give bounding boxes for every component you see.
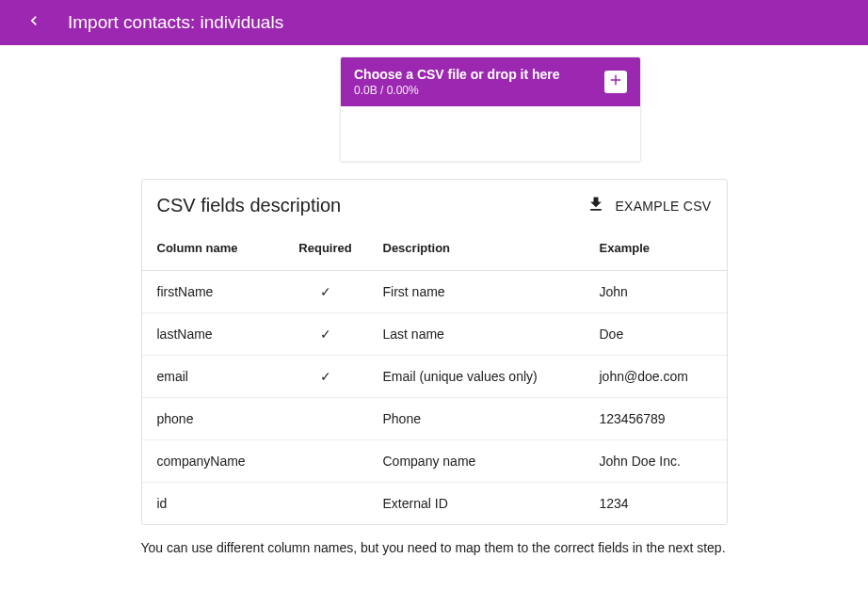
page-title: Import contacts: individuals bbox=[68, 12, 283, 33]
cell-description: Phone bbox=[368, 398, 585, 440]
table-row: firstName✓First nameJohn bbox=[142, 271, 727, 313]
fields-card: CSV fields description EXAMPLE CSV Colum… bbox=[141, 179, 728, 525]
cell-required: ✓ bbox=[283, 271, 368, 313]
cell-example: John bbox=[585, 271, 727, 313]
upload-dropzone[interactable] bbox=[341, 106, 640, 161]
footnote-text: You can use different column names, but … bbox=[141, 540, 728, 555]
app-header: Import contacts: individuals bbox=[0, 0, 868, 45]
cell-column-name: email bbox=[142, 356, 283, 398]
table-row: lastName✓Last nameDoe bbox=[142, 313, 727, 356]
header-example: Example bbox=[585, 230, 727, 271]
fields-header: CSV fields description EXAMPLE CSV bbox=[142, 180, 727, 230]
content-area: Choose a CSV file or drop it here 0.0B /… bbox=[0, 45, 868, 555]
header-required: Required bbox=[283, 230, 368, 271]
cell-example: 123456789 bbox=[585, 398, 727, 440]
cell-column-name: companyName bbox=[142, 440, 283, 483]
cell-description: First name bbox=[368, 271, 585, 313]
upload-header-text: Choose a CSV file or drop it here 0.0B /… bbox=[354, 67, 560, 97]
chevron-left-icon bbox=[24, 11, 43, 34]
upload-title: Choose a CSV file or drop it here bbox=[354, 67, 560, 82]
cell-required bbox=[283, 398, 368, 440]
table-row: phonePhone123456789 bbox=[142, 398, 727, 440]
cell-required: ✓ bbox=[283, 313, 368, 356]
cell-example: Doe bbox=[585, 313, 727, 356]
header-description: Description bbox=[368, 230, 585, 271]
table-row: companyNameCompany nameJohn Doe Inc. bbox=[142, 440, 727, 483]
example-csv-label: EXAMPLE CSV bbox=[615, 199, 711, 214]
cell-description: Last name bbox=[368, 313, 585, 356]
cell-description: Company name bbox=[368, 440, 585, 483]
cell-description: External ID bbox=[368, 483, 585, 525]
cell-column-name: id bbox=[142, 483, 283, 525]
cell-example: 1234 bbox=[585, 483, 727, 525]
back-button[interactable] bbox=[15, 4, 53, 41]
cell-required bbox=[283, 440, 368, 483]
upload-progress: 0.0B / 0.00% bbox=[354, 84, 560, 97]
upload-card: Choose a CSV file or drop it here 0.0B /… bbox=[340, 56, 641, 162]
download-icon bbox=[587, 195, 605, 216]
cell-example: John Doe Inc. bbox=[585, 440, 727, 483]
cell-column-name: phone bbox=[142, 398, 283, 440]
table-header-row: Column name Required Description Example bbox=[142, 230, 727, 271]
cell-example: john@doe.com bbox=[585, 356, 727, 398]
example-csv-button[interactable]: EXAMPLE CSV bbox=[587, 195, 711, 216]
cell-column-name: firstName bbox=[142, 271, 283, 313]
fields-table: Column name Required Description Example… bbox=[142, 230, 727, 524]
cell-required bbox=[283, 483, 368, 525]
table-row: idExternal ID1234 bbox=[142, 483, 727, 525]
cell-column-name: lastName bbox=[142, 313, 283, 356]
upload-header: Choose a CSV file or drop it here 0.0B /… bbox=[341, 57, 640, 106]
table-row: email✓Email (unique values only)john@doe… bbox=[142, 356, 727, 398]
header-column-name: Column name bbox=[142, 230, 283, 271]
add-file-button[interactable] bbox=[604, 71, 627, 93]
cell-description: Email (unique values only) bbox=[368, 356, 585, 398]
plus-icon bbox=[607, 72, 624, 92]
fields-title: CSV fields description bbox=[157, 195, 342, 216]
cell-required: ✓ bbox=[283, 356, 368, 398]
